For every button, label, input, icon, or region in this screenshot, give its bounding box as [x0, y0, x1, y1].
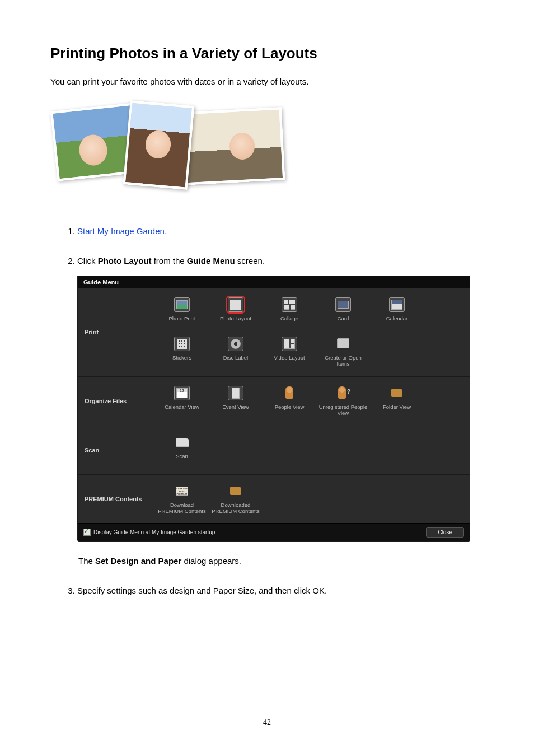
unregistered-people-label: Unregistered People View: [318, 404, 368, 417]
folder-view-icon: [390, 386, 404, 400]
download-premium-label: Download PREMIUM Contents: [157, 502, 207, 515]
step-2: Click Photo Layout from the Guide Menu s…: [77, 256, 484, 566]
scan-label: Scan: [157, 453, 207, 465]
scan-icon: [175, 436, 189, 449]
premium-items: Download PREMIUM Contents Downloaded PRE…: [153, 475, 470, 524]
print-items: Photo Print Photo Layout Collage: [153, 288, 470, 376]
calendar-icon: [389, 297, 405, 312]
startup-checkbox-label: Display Guide Menu at My Image Garden st…: [93, 529, 215, 535]
photo-layout-icon: [228, 297, 243, 312]
steps-list: Start My Image Garden. Click Photo Layou…: [50, 226, 484, 595]
guide-menu-title: Guide Menu: [78, 276, 470, 288]
download-premium-button[interactable]: Download PREMIUM Contents: [155, 479, 209, 519]
photo-layout-button[interactable]: Photo Layout: [209, 293, 263, 332]
page: Printing Photos in a Variety of Layouts …: [0, 0, 534, 756]
guide-menu-row-print: Print Photo Print Photo Layout: [78, 288, 470, 376]
step-2-bold-2: Guide Menu: [187, 256, 235, 265]
event-view-icon: [228, 386, 243, 400]
step-3-text: Specify settings such as design and Pape…: [77, 586, 327, 595]
step-2-note-prefix: The: [78, 556, 95, 566]
folder-view-label: Folder View: [372, 404, 421, 416]
intro-text: You can print your favorite photos with …: [50, 77, 484, 86]
step-2-note: The Set Design and Paper dialog appears.: [78, 556, 484, 566]
checkbox-icon: [83, 529, 91, 536]
guide-menu-screenshot: Guide Menu Print Photo Print Photo Layou…: [77, 276, 470, 542]
stickers-button[interactable]: Stickers: [155, 332, 209, 372]
create-open-button[interactable]: Create or Open Items: [316, 332, 370, 372]
disc-label-button[interactable]: Disc Label: [209, 332, 263, 372]
video-layout-label: Video Layout: [265, 354, 314, 367]
photo-layout-label: Photo Layout: [211, 315, 260, 328]
video-layout-icon: [282, 337, 297, 351]
category-premium: PREMIUM Contents: [78, 475, 153, 524]
photo-print-label: Photo Print: [157, 315, 207, 328]
guide-menu-footer: Display Guide Menu at My Image Garden st…: [78, 523, 470, 541]
card-label: Card: [318, 315, 368, 328]
collage-label: Collage: [265, 315, 314, 328]
category-print: Print: [78, 288, 153, 376]
guide-menu-row-scan: Scan Scan: [78, 426, 470, 474]
scan-button[interactable]: Scan: [155, 431, 209, 470]
step-2-prefix: Click: [77, 256, 98, 265]
guide-menu-body: Print Photo Print Photo Layout: [78, 288, 470, 523]
step-2-mid: from the: [152, 256, 187, 265]
event-view-label: Event View: [211, 404, 260, 416]
create-open-icon: [336, 337, 350, 351]
photo-print-button[interactable]: Photo Print: [155, 293, 209, 332]
step-2-note-suffix: dialog appears.: [181, 556, 241, 566]
calendar-view-icon: [174, 386, 190, 400]
collage-button[interactable]: Collage: [263, 293, 316, 332]
card-button[interactable]: Card: [316, 293, 370, 332]
category-scan: Scan: [78, 426, 153, 474]
people-view-button[interactable]: People View: [263, 381, 316, 421]
step-2-bold-1: Photo Layout: [98, 256, 152, 265]
people-view-label: People View: [265, 404, 314, 416]
unregistered-people-icon: [336, 386, 350, 400]
folder-view-button[interactable]: Folder View: [370, 381, 424, 421]
step-2-note-bold: Set Design and Paper: [95, 556, 181, 566]
guide-menu-row-premium: PREMIUM Contents Download PREMIUM Conten…: [78, 474, 470, 524]
hero-photo-3: [178, 107, 285, 185]
create-open-label: Create or Open Items: [318, 354, 368, 367]
step-2-suffix: screen.: [235, 256, 265, 265]
category-organize: Organize Files: [78, 377, 153, 426]
calendar-button[interactable]: Calendar: [370, 293, 424, 332]
hero-image: [54, 103, 278, 193]
organize-items: Calendar View Event View People View: [153, 377, 470, 426]
downloaded-premium-label: Downloaded PREMIUM Contents: [211, 502, 260, 515]
stickers-label: Stickers: [157, 354, 207, 367]
page-number: 42: [0, 718, 534, 727]
people-view-icon: [282, 386, 297, 400]
hero-photo-2: [123, 100, 195, 189]
downloaded-premium-button[interactable]: Downloaded PREMIUM Contents: [209, 479, 263, 519]
disc-label-label: Disc Label: [211, 354, 260, 367]
scan-items: Scan: [153, 426, 470, 474]
page-title: Printing Photos in a Variety of Layouts: [50, 45, 484, 62]
photo-print-icon: [174, 297, 190, 312]
event-view-button[interactable]: Event View: [209, 381, 263, 421]
disc-label-icon: [228, 337, 243, 351]
downloaded-premium-icon: [228, 484, 243, 498]
calendar-label: Calendar: [372, 315, 421, 328]
video-layout-button[interactable]: Video Layout: [263, 332, 316, 372]
calendar-view-label: Calendar View: [157, 404, 207, 416]
download-premium-icon: [175, 484, 189, 498]
close-button[interactable]: Close: [426, 527, 464, 538]
startup-checkbox[interactable]: Display Guide Menu at My Image Garden st…: [83, 529, 215, 536]
step-3: Specify settings such as design and Pape…: [77, 586, 484, 595]
card-icon: [335, 297, 351, 312]
stickers-icon: [174, 337, 190, 351]
start-app-link[interactable]: Start My Image Garden.: [77, 226, 167, 236]
guide-menu-row-organize: Organize Files Calendar View Event View: [78, 376, 470, 426]
calendar-view-button[interactable]: Calendar View: [155, 381, 209, 421]
unregistered-people-button[interactable]: Unregistered People View: [316, 381, 370, 421]
step-1: Start My Image Garden.: [77, 226, 484, 236]
collage-icon: [282, 297, 297, 312]
